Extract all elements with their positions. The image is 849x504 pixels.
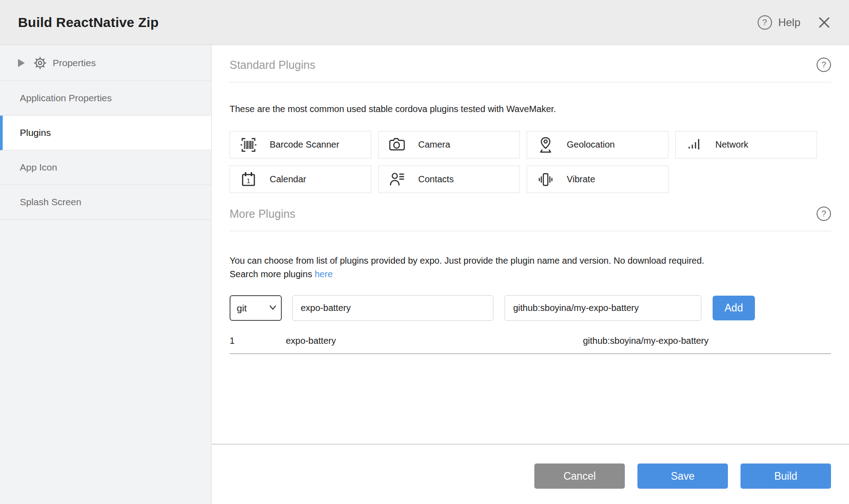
plugin-card-label: Contacts bbox=[418, 174, 454, 184]
standard-plugins-grid: Barcode Scanner Camera bbox=[230, 131, 824, 193]
plugin-card-label: Barcode Scanner bbox=[270, 140, 339, 150]
sidebar-item-splash-screen[interactable]: Splash Screen bbox=[0, 185, 211, 220]
build-button[interactable]: Build bbox=[741, 464, 831, 489]
barcode-scanner-icon bbox=[239, 135, 258, 154]
plugin-card-label: Vibrate bbox=[567, 174, 595, 184]
plugin-card-label: Camera bbox=[418, 140, 450, 150]
plugin-version-input[interactable] bbox=[505, 295, 701, 321]
row-plugin-value: github:sboyina/my-expo-battery bbox=[583, 336, 831, 346]
plugin-card-contacts[interactable]: Contacts bbox=[378, 166, 520, 193]
calendar-icon: 1 bbox=[239, 170, 258, 189]
plugin-card-calendar[interactable]: 1 Calendar bbox=[230, 166, 371, 193]
dialog-header: Build ReactNative Zip Help bbox=[0, 0, 849, 45]
sidebar: Properties Application Properties Plugin… bbox=[0, 45, 212, 504]
network-icon bbox=[685, 135, 704, 154]
standard-plugins-title: Standard Plugins bbox=[230, 58, 315, 72]
standard-plugins-header: Standard Plugins bbox=[230, 58, 831, 72]
more-plugins-description-text: You can choose from list of plugins prov… bbox=[230, 256, 704, 266]
sidebar-item-label: Splash Screen bbox=[20, 197, 81, 207]
more-plugins-header: More Plugins bbox=[230, 207, 831, 221]
add-button[interactable]: Add bbox=[713, 296, 755, 320]
dialog-body: Properties Application Properties Plugin… bbox=[0, 45, 849, 504]
sidebar-item-properties[interactable]: Properties bbox=[0, 45, 211, 81]
help-icon bbox=[758, 15, 772, 30]
geolocation-icon bbox=[536, 135, 555, 154]
plugin-card-label: Calendar bbox=[270, 174, 306, 184]
help-icon[interactable] bbox=[817, 207, 831, 221]
close-icon[interactable] bbox=[817, 16, 831, 29]
main-panel: Standard Plugins These are the most comm… bbox=[212, 45, 849, 504]
more-plugins-title: More Plugins bbox=[230, 207, 295, 220]
svg-text:1: 1 bbox=[247, 176, 250, 184]
table-row[interactable]: 1 expo-battery github:sboyina/my-expo-ba… bbox=[230, 332, 831, 354]
plugin-card-label: Network bbox=[715, 140, 748, 150]
gear-icon bbox=[33, 56, 47, 70]
dialog-title: Build ReactNative Zip bbox=[18, 15, 159, 30]
camera-icon bbox=[388, 135, 406, 154]
sidebar-item-label: App Icon bbox=[20, 162, 57, 173]
contacts-icon bbox=[388, 170, 406, 189]
save-button[interactable]: Save bbox=[637, 464, 728, 489]
plugin-name-input[interactable] bbox=[292, 295, 493, 321]
sidebar-item-label: Properties bbox=[53, 58, 96, 68]
dialog-footer: Cancel Save Build bbox=[230, 444, 831, 504]
help-icon[interactable] bbox=[817, 58, 831, 72]
more-plugins-description: You can choose from list of plugins prov… bbox=[230, 254, 831, 281]
standard-plugins-description: These are the most common used stable co… bbox=[230, 102, 831, 116]
sidebar-item-plugins[interactable]: Plugins bbox=[0, 116, 211, 150]
divider bbox=[230, 82, 831, 82]
plugin-type-select-wrap: git bbox=[230, 295, 282, 321]
footer-buttons: Cancel Save Build bbox=[230, 445, 831, 504]
plugin-card-vibrate[interactable]: Vibrate bbox=[527, 166, 668, 193]
plugin-card-geolocation[interactable]: Geolocation bbox=[527, 131, 668, 158]
header-actions: Help bbox=[758, 15, 831, 30]
help-label: Help bbox=[778, 16, 800, 29]
sidebar-item-label: Application Properties bbox=[20, 93, 112, 104]
search-more-text: Search more plugins bbox=[230, 269, 312, 279]
sidebar-item-label: Plugins bbox=[20, 127, 51, 138]
vibrate-icon bbox=[536, 170, 555, 189]
divider bbox=[230, 231, 831, 231]
row-plugin-name: expo-battery bbox=[286, 336, 583, 346]
chevron-right-icon bbox=[18, 59, 25, 67]
row-index: 1 bbox=[230, 336, 286, 346]
cancel-button[interactable]: Cancel bbox=[534, 464, 625, 489]
plugin-card-camera[interactable]: Camera bbox=[378, 131, 520, 158]
help-button[interactable]: Help bbox=[758, 15, 800, 30]
plugin-card-label: Geolocation bbox=[567, 140, 615, 150]
sidebar-item-application-properties[interactable]: Application Properties bbox=[0, 81, 211, 116]
add-plugin-form: git Add bbox=[230, 295, 831, 321]
build-reactnative-dialog: Build ReactNative Zip Help bbox=[0, 0, 849, 504]
sidebar-item-app-icon[interactable]: App Icon bbox=[0, 150, 211, 185]
plugin-type-select[interactable]: git bbox=[230, 295, 282, 321]
plugin-card-barcode-scanner[interactable]: Barcode Scanner bbox=[230, 131, 371, 158]
search-more-link[interactable]: here bbox=[315, 269, 333, 279]
plugin-card-network[interactable]: Network bbox=[675, 131, 817, 158]
